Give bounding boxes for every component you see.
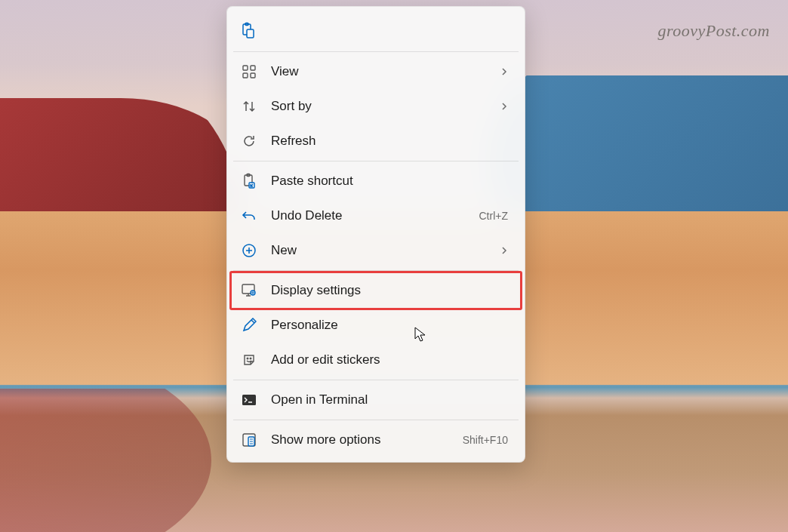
paste-shortcut-icon	[241, 173, 257, 189]
divider	[233, 161, 519, 161]
svg-rect-6	[251, 73, 255, 78]
menu-personalize-label: Personalize	[271, 318, 511, 333]
menu-add-stickers[interactable]: Add or edit stickers	[232, 343, 520, 377]
stickers-icon	[241, 352, 257, 368]
terminal-icon	[241, 392, 257, 408]
menu-personalize[interactable]: Personalize	[232, 308, 520, 343]
menu-display-settings[interactable]: Display settings	[232, 273, 520, 308]
sort-icon	[241, 98, 257, 115]
personalize-icon	[241, 317, 257, 334]
menu-paste-shortcut-label: Paste shortcut	[271, 174, 511, 189]
chevron-right-icon	[500, 66, 511, 77]
menu-display-settings-label: Display settings	[271, 283, 511, 298]
menu-open-terminal-label: Open in Terminal	[271, 392, 511, 407]
menu-show-more-options[interactable]: Show more options Shift+F10	[232, 423, 520, 457]
svg-rect-15	[242, 395, 256, 405]
chevron-right-icon	[500, 245, 511, 256]
menu-refresh-label: Refresh	[271, 134, 511, 149]
menu-view-label: View	[271, 64, 494, 79]
divider	[233, 380, 519, 380]
chevron-right-icon	[500, 101, 511, 112]
display-settings-icon	[241, 282, 257, 299]
new-icon	[241, 242, 257, 259]
menu-undo-shortcut: Ctrl+Z	[479, 210, 509, 222]
highlighted-annotation: Display settings	[229, 271, 522, 310]
desktop-context-menu: View Sort by Refresh	[226, 6, 525, 463]
menu-undo-delete[interactable]: Undo Delete Ctrl+Z	[232, 198, 520, 233]
divider	[233, 51, 519, 52]
svg-rect-5	[243, 73, 248, 78]
refresh-icon	[241, 133, 257, 149]
paste-icon[interactable]	[239, 22, 256, 38]
divider	[233, 420, 519, 420]
undo-icon	[241, 208, 257, 224]
svg-point-14	[250, 358, 251, 359]
svg-rect-4	[251, 66, 255, 70]
svg-rect-3	[243, 66, 248, 70]
mouse-cursor-icon	[414, 326, 427, 343]
wallpaper-reflection	[0, 389, 211, 532]
show-more-icon	[241, 432, 257, 448]
watermark-text: groovyPost.com	[657, 21, 770, 41]
menu-undo-delete-label: Undo Delete	[271, 208, 479, 223]
menu-new-label: New	[271, 243, 494, 258]
menu-paste-shortcut[interactable]: Paste shortcut	[232, 164, 520, 198]
menu-show-more-shortcut: Shift+F10	[463, 434, 508, 446]
menu-refresh[interactable]: Refresh	[232, 124, 520, 158]
menu-new[interactable]: New	[232, 233, 520, 268]
menu-view[interactable]: View	[232, 54, 520, 89]
menu-open-terminal[interactable]: Open in Terminal	[232, 383, 520, 417]
view-icon	[241, 63, 257, 80]
icon-toolbar	[232, 11, 520, 49]
menu-sort-by[interactable]: Sort by	[232, 89, 520, 124]
menu-show-more-label: Show more options	[271, 432, 463, 447]
svg-point-13	[247, 358, 248, 359]
menu-sort-by-label: Sort by	[271, 99, 494, 114]
menu-add-stickers-label: Add or edit stickers	[271, 352, 511, 367]
svg-rect-2	[247, 29, 254, 38]
